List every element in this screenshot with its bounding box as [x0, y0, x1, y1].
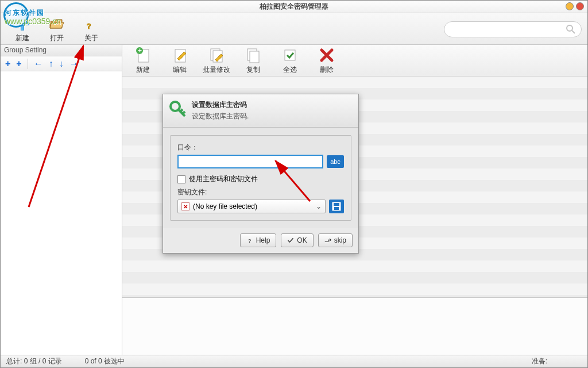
- arrow-right-icon[interactable]: →: [69, 59, 79, 69]
- minimize-button[interactable]: [566, 2, 574, 10]
- sidebar: Group Setting + + ← ↑ ↓ →: [1, 45, 122, 355]
- entry-batch-label: 批量修改: [203, 65, 230, 75]
- edit-icon: [171, 47, 188, 64]
- svg-rect-3: [16, 22, 29, 25]
- entry-edit-label: 编辑: [173, 65, 187, 75]
- main-area: + 新建 编辑 批量修改 复制 全选: [122, 45, 587, 355]
- svg-line-6: [572, 30, 575, 33]
- add-subgroup-icon[interactable]: +: [16, 59, 21, 69]
- dialog-titles: 设置数据库主密码 设定数据库主密码.: [192, 100, 249, 121]
- search-icon: [566, 25, 575, 34]
- skip-button[interactable]: skip: [318, 233, 353, 247]
- arrow-down-icon[interactable]: ↓: [59, 59, 64, 69]
- svg-text:?: ?: [248, 238, 252, 244]
- titlebar: 柏拉图安全密码管理器: [1, 1, 587, 13]
- entry-batch-button[interactable]: 批量修改: [198, 47, 235, 75]
- select-all-icon: [281, 47, 299, 64]
- window-title: 柏拉图安全密码管理器: [260, 2, 328, 12]
- plus-icon: [14, 15, 31, 32]
- svg-rect-15: [285, 50, 295, 60]
- group-tree[interactable]: [1, 71, 122, 355]
- svg-text:+: +: [138, 47, 142, 55]
- key-icon: [169, 100, 187, 118]
- keyfile-value: (No key file selected): [193, 202, 257, 210]
- app-window: 柏拉图安全密码管理器 新建 打开 ? 关于: [0, 0, 588, 368]
- password-label: 口令：: [177, 143, 344, 152]
- status-selected: 0 of 0 被选中: [85, 356, 125, 366]
- delete-icon: [318, 47, 335, 64]
- open-button[interactable]: 打开: [40, 15, 74, 43]
- help-label: Help: [256, 236, 270, 244]
- chevron-down-icon: ⌄: [316, 202, 322, 210]
- new-label: 新建: [16, 33, 29, 43]
- open-label: 打开: [50, 33, 64, 43]
- detail-pane: [122, 297, 587, 355]
- dialog-title: 设置数据库主密码: [192, 100, 249, 110]
- main-toolbar: 新建 打开 ? 关于: [1, 13, 587, 45]
- entry-delete-button[interactable]: 删除: [308, 47, 345, 75]
- content-area: 设置数据库主密码 设定数据库主密码. 口令： abc: [122, 76, 587, 297]
- dialog-body: 口令： abc 使用主密码和密钥文件 密钥文件:: [163, 128, 358, 228]
- search-input[interactable]: [444, 21, 582, 37]
- entry-new-button[interactable]: + 新建: [125, 47, 161, 75]
- sidebar-header: Group Setting: [1, 45, 122, 56]
- folder-open-icon: [48, 15, 65, 32]
- new-entry-icon: +: [134, 47, 152, 64]
- arrow-left-icon[interactable]: ←: [34, 59, 43, 69]
- keyfile-label: 密钥文件:: [177, 187, 344, 197]
- entry-selectall-button[interactable]: 全选: [272, 47, 308, 75]
- status-ready: 准备:: [532, 356, 547, 366]
- x-icon: ✕: [181, 202, 189, 210]
- about-button[interactable]: ? 关于: [74, 15, 109, 43]
- save-keyfile-button[interactable]: [329, 200, 344, 213]
- skip-label: skip: [334, 236, 346, 244]
- status-bar: 总计: 0 组 / 0 记录 0 of 0 被选中 准备:: [1, 355, 587, 367]
- master-password-dialog: 设置数据库主密码 设定数据库主密码. 口令： abc: [163, 94, 359, 254]
- close-button[interactable]: [576, 2, 584, 10]
- ok-button[interactable]: OK: [281, 233, 313, 247]
- entry-edit-button[interactable]: 编辑: [161, 47, 198, 75]
- window-controls: [566, 2, 584, 10]
- status-total: 总计: 0 组 / 0 记录: [6, 356, 62, 366]
- keyfile-select[interactable]: ✕ (No key file selected) ⌄: [177, 200, 326, 213]
- ok-label: OK: [297, 236, 307, 244]
- dialog-subtitle: 设定数据库主密码.: [192, 112, 249, 121]
- virtual-keyboard-button[interactable]: abc: [327, 155, 344, 168]
- add-group-icon[interactable]: +: [5, 59, 10, 69]
- dialog-footer: ? Help OK skip: [163, 228, 358, 253]
- use-keyfile-checkbox[interactable]: [177, 175, 185, 183]
- entry-copy-label: 复制: [246, 65, 260, 75]
- batch-edit-icon: [208, 47, 225, 64]
- arrow-up-icon[interactable]: ↑: [49, 59, 53, 69]
- svg-rect-19: [334, 207, 339, 210]
- svg-text:?: ?: [87, 22, 91, 30]
- entry-copy-button[interactable]: 复制: [235, 47, 272, 75]
- password-input[interactable]: [177, 155, 323, 168]
- use-keyfile-label: 使用主密码和密钥文件: [189, 174, 258, 184]
- new-button[interactable]: 新建: [5, 15, 40, 43]
- dialog-header: 设置数据库主密码 设定数据库主密码.: [163, 94, 358, 128]
- svg-point-5: [567, 25, 572, 31]
- help-button[interactable]: ? Help: [240, 233, 277, 247]
- svg-rect-18: [334, 203, 339, 206]
- entry-selectall-label: 全选: [283, 65, 297, 75]
- copy-icon: [245, 47, 262, 64]
- svg-rect-14: [250, 51, 259, 63]
- body: Group Setting + + ← ↑ ↓ → + 新建 编辑: [1, 45, 587, 355]
- sidebar-toolbar: + + ← ↑ ↓ →: [1, 56, 122, 71]
- entry-new-label: 新建: [136, 65, 150, 75]
- about-label: 关于: [84, 33, 98, 43]
- entry-delete-label: 删除: [320, 65, 334, 75]
- entry-toolbar: + 新建 编辑 批量修改 复制 全选: [122, 45, 587, 76]
- question-icon: ?: [83, 15, 100, 32]
- separator: [28, 59, 28, 69]
